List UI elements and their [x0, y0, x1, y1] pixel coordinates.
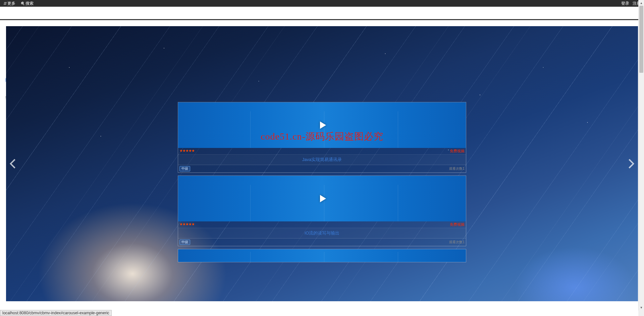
course-thumbnail[interactable]: [178, 249, 466, 262]
course-title[interactable]: Java实现简易通讯录: [178, 154, 466, 165]
sub-bar: [0, 7, 644, 20]
search-icon: [20, 1, 24, 6]
chevron-right-icon: [625, 159, 634, 168]
login-link[interactable]: 登录: [621, 1, 629, 6]
carousel-next[interactable]: [623, 154, 636, 174]
scroll-up-icon[interactable]: ▲: [639, 0, 644, 6]
view-count: 观看次数1: [449, 240, 465, 245]
vertical-scrollbar[interactable]: ▲ ▼: [638, 0, 644, 307]
view-count: 观看次数1: [449, 166, 465, 171]
play-icon: [320, 195, 326, 202]
card-footer: 中级 观看次数1: [178, 165, 466, 172]
more-link[interactable]: 更多: [3, 1, 15, 6]
carousel-prev[interactable]: [8, 154, 21, 174]
card-meta-row: ★★★★★ 免费视频: [178, 148, 466, 154]
course-title[interactable]: IO流的读写与输出: [178, 228, 466, 238]
free-tag: 免费视频: [450, 222, 465, 227]
course-card[interactable]: ★★★★★ 免费视频 IO流的读写与输出 中级 观看次数1: [178, 175, 466, 246]
search-link[interactable]: 搜索: [20, 1, 34, 6]
scrollbar-thumb[interactable]: [639, 6, 643, 73]
top-bar-left: 更多 搜索: [3, 1, 34, 6]
course-thumbnail[interactable]: [178, 176, 466, 221]
top-bar-right: 登录 注册: [621, 1, 641, 6]
level-badge: 中级: [179, 240, 190, 245]
scroll-down-icon[interactable]: ▼: [639, 305, 644, 307]
play-icon: [320, 121, 326, 129]
list-icon: [3, 1, 6, 6]
course-cards-column: ★★★★★ 免费视频 Java实现简易通讯录 中级 观看次数1 ★★★★★ 免费…: [178, 102, 466, 262]
star-rating: ★★★★★: [179, 222, 195, 227]
course-card[interactable]: [178, 249, 466, 262]
watermark-text: code51.cn-源码乐园盗图必究: [261, 130, 383, 143]
top-bar: 更多 搜索 登录 注册: [0, 0, 644, 7]
card-footer: 中级 观看次数1: [178, 238, 466, 246]
chevron-left-icon: [10, 159, 19, 168]
carousel: code51.cn-源码乐园盗图必究 ★★★★★ 免费视频 Java实现简易通讯…: [6, 26, 638, 301]
star-rating: ★★★★★: [179, 149, 195, 154]
level-badge: 中级: [179, 166, 190, 171]
card-meta-row: ★★★★★ 免费视频: [178, 221, 466, 228]
free-tag: 免费视频: [450, 149, 465, 154]
